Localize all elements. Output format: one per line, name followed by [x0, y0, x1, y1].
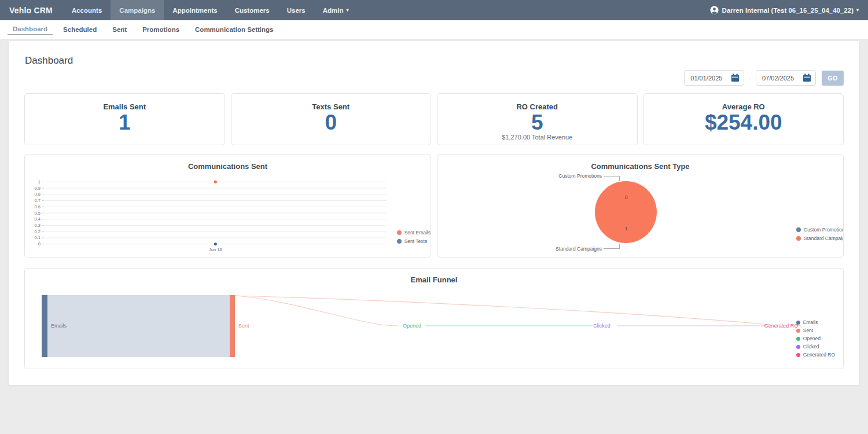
legend-dot: [796, 345, 800, 349]
funnel-label-opened: Opened: [403, 323, 421, 329]
legend-dot: [397, 239, 402, 244]
svg-text:Jun 18: Jun 18: [209, 247, 222, 252]
chart-title: Communications Sent: [25, 162, 431, 171]
pie-legend: Custom Promotions Standard Campaigns: [796, 227, 843, 241]
legend-dot: [796, 227, 801, 232]
stat-title: Emails Sent: [25, 102, 225, 111]
page-title: Dashboard: [25, 55, 844, 67]
svg-text:0.9: 0.9: [34, 186, 40, 191]
user-avatar-icon: [710, 6, 719, 14]
legend-dot: [796, 337, 800, 341]
stat-value: 1: [25, 112, 225, 134]
legend-item[interactable]: Sent Emails: [397, 230, 431, 236]
funnel-node-sent[interactable]: [230, 295, 235, 357]
svg-text:0: 0: [38, 241, 41, 247]
nav-item-admin[interactable]: Admin▾: [314, 0, 358, 20]
legend-item[interactable]: Opened: [796, 336, 835, 341]
legend-item[interactable]: Sent Texts: [397, 238, 431, 244]
stats-row: Emails Sent 1 Texts Sent 0 RO Created 5 …: [24, 93, 844, 145]
user-name: Darren Internal (Test 06_16_25_04_40_22): [722, 7, 854, 14]
chevron-down-icon: ▾: [346, 8, 348, 13]
stat-card-ro-created: RO Created 5 $1,270.00 Total Revenue: [437, 93, 638, 145]
pie-value-standard-campaigns: 1: [619, 226, 633, 231]
pie-value-custom-promotions: 0: [619, 194, 633, 200]
communications-sent-type-card: Communications Sent Type Custom Promotio…: [437, 155, 844, 258]
stat-value: $254.00: [644, 112, 844, 134]
svg-text:0.1: 0.1: [34, 235, 40, 240]
svg-text:1: 1: [38, 179, 41, 185]
legend-item[interactable]: Clicked: [796, 344, 835, 350]
chart-title: Communications Sent Type: [437, 162, 843, 171]
start-date-field[interactable]: [690, 75, 727, 82]
svg-text:0.6: 0.6: [34, 204, 40, 209]
pie-slice-standard-campaigns[interactable]: [595, 181, 657, 243]
svg-text:0.7: 0.7: [34, 198, 40, 203]
funnel-flow-curve-bottom: [235, 296, 399, 326]
stat-subtitle: $1,270.00 Total Revenue: [437, 134, 637, 141]
brand-logo[interactable]: Vehlo CRM: [0, 0, 63, 20]
tab-communication-settings[interactable]: Communication Settings: [190, 25, 278, 35]
nav-item-users[interactable]: Users: [278, 0, 314, 20]
page-content: Dashboard -: [0, 39, 868, 385]
legend-dot: [796, 329, 800, 333]
stat-title: Texts Sent: [231, 102, 431, 111]
tab-dashboard[interactable]: Dashboard: [8, 24, 53, 35]
pie-connector-line: [604, 244, 620, 249]
legend-item[interactable]: Custom Promotions: [796, 227, 843, 233]
nav-item-accounts[interactable]: Accounts: [63, 0, 111, 20]
tab-promotions[interactable]: Promotions: [137, 25, 185, 35]
campaigns-subnav: Dashboard Scheduled Sent Promotions Comm…: [0, 20, 868, 39]
legend-item[interactable]: Sent: [796, 328, 835, 333]
chart-title: Email Funnel: [25, 275, 843, 284]
end-date-input[interactable]: [756, 70, 816, 86]
tab-scheduled[interactable]: Scheduled: [58, 25, 102, 35]
funnel-label-sent: Sent: [238, 323, 249, 329]
stat-card-average-ro: Average RO $254.00: [643, 93, 844, 145]
stat-title: RO Created: [437, 102, 637, 111]
legend-dot: [796, 321, 800, 325]
stat-card-emails-sent: Emails Sent 1: [24, 93, 225, 145]
stat-title: Average RO: [644, 102, 844, 111]
charts-row: Communications Sent 00.10.20.30.40.50.60…: [24, 155, 844, 258]
communications-sent-card: Communications Sent 00.10.20.30.40.50.60…: [24, 155, 431, 258]
svg-text:0.2: 0.2: [34, 229, 40, 234]
date-filter-row: - GO: [24, 70, 844, 86]
date-range-separator: -: [749, 75, 751, 82]
svg-text:0.3: 0.3: [34, 223, 40, 228]
legend-item[interactable]: Standard Campaigns: [796, 236, 843, 241]
start-date-input[interactable]: [684, 70, 744, 86]
stat-value: 0: [231, 112, 431, 134]
top-navbar: Vehlo CRM Accounts Campaigns Appointment…: [0, 0, 868, 20]
funnel-flow-emails-sent: [47, 295, 230, 357]
funnel-label-clicked: Clicked: [593, 323, 610, 329]
nav-item-appointments[interactable]: Appointments: [164, 0, 226, 20]
end-date-field[interactable]: [762, 75, 799, 82]
funnel-node-emails[interactable]: [42, 295, 47, 357]
legend-item[interactable]: Emails: [796, 319, 835, 325]
communications-sent-type-chart: Custom Promotions 0 1 Standard Campaigns…: [437, 171, 843, 257]
stat-value: 5: [437, 112, 637, 134]
dashboard-panel: Dashboard -: [9, 41, 859, 385]
email-funnel-card: Email Funnel Emails Sent Opened Clicked …: [24, 268, 844, 369]
stat-card-texts-sent: Texts Sent 0: [231, 93, 432, 145]
go-button[interactable]: GO: [822, 71, 844, 86]
svg-text:0.8: 0.8: [34, 192, 40, 197]
tab-sent[interactable]: Sent: [107, 25, 132, 35]
pie-label-custom-promotions: Custom Promotions: [507, 173, 602, 179]
nav-item-customers[interactable]: Customers: [226, 0, 278, 20]
user-menu[interactable]: Darren Internal (Test 06_16_25_04_40_22)…: [701, 0, 868, 20]
top-nav-items: Accounts Campaigns Appointments Customer…: [63, 0, 358, 20]
calendar-icon[interactable]: [731, 73, 740, 82]
svg-text:0.5: 0.5: [34, 211, 40, 216]
legend-item[interactable]: Generated RO: [796, 352, 835, 358]
svg-text:0.4: 0.4: [34, 216, 40, 222]
email-funnel-chart: Emails Sent Opened Clicked Generated RO: [25, 289, 843, 369]
communications-sent-legend: Sent Emails Sent Texts: [397, 230, 431, 258]
legend-dot: [796, 236, 801, 241]
nav-item-campaigns[interactable]: Campaigns: [111, 0, 164, 20]
communications-sent-plot: 00.10.20.30.40.50.60.70.80.91Jun 18: [25, 176, 393, 258]
calendar-icon[interactable]: [803, 73, 811, 82]
chevron-down-icon: ▾: [856, 8, 859, 13]
pie-connector-line: [604, 176, 620, 181]
funnel-label-generated-ro: Generated RO: [764, 323, 799, 329]
